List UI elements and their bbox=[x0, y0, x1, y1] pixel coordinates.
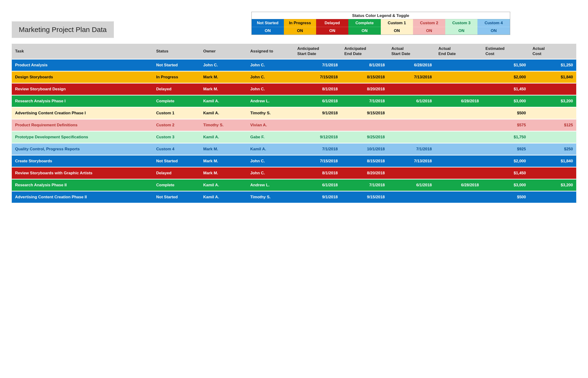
legend-toggle[interactable]: ON bbox=[284, 27, 316, 35]
cell-anticipated_end: 10/1/2018 bbox=[341, 144, 388, 155]
cell-task: Product Requirement Definitions bbox=[12, 120, 153, 131]
cell-actual_start bbox=[388, 191, 435, 203]
cell-owner: Kamil A. bbox=[200, 191, 247, 203]
legend-toggle[interactable]: ON bbox=[445, 27, 478, 35]
cell-act_cost bbox=[529, 83, 576, 95]
cell-act_cost: $3,200 bbox=[529, 95, 576, 107]
cell-act_cost: $250 bbox=[529, 144, 576, 155]
cell-anticipated_end: 9/25/2018 bbox=[341, 132, 388, 143]
column-header: AnticipatedEnd Date bbox=[341, 44, 388, 59]
status-legend: Status Color Legend & Toggle Not Started… bbox=[252, 12, 510, 35]
cell-anticipated_end: 9/15/2018 bbox=[341, 191, 388, 203]
column-header: Owner bbox=[200, 44, 247, 59]
cell-actual_start: 7/13/2018 bbox=[388, 71, 435, 83]
cell-assigned: John C. bbox=[247, 71, 294, 83]
cell-owner: Mark M. bbox=[200, 167, 247, 179]
cell-task: Create Storyboards bbox=[12, 155, 153, 167]
table-row: Research Analysis Phase ICompleteKamil A… bbox=[12, 95, 576, 107]
cell-act_cost: $1,840 bbox=[529, 155, 576, 167]
project-table: TaskStatusOwnerAssigned toAnticipatedSta… bbox=[12, 43, 576, 203]
cell-anticipated_end: 7/1/2018 bbox=[341, 179, 388, 191]
cell-anticipated_start: 7/15/2018 bbox=[294, 155, 341, 167]
cell-actual_end bbox=[435, 132, 482, 143]
cell-actual_start bbox=[388, 83, 435, 95]
table-row: Advertising Content Creation Phase ICust… bbox=[12, 108, 576, 119]
cell-status: Delayed bbox=[153, 167, 200, 179]
cell-act_cost bbox=[529, 167, 576, 179]
page-title: Marketing Project Plan Data bbox=[12, 21, 114, 38]
cell-actual_start bbox=[388, 132, 435, 143]
cell-anticipated_start: 9/1/2018 bbox=[294, 108, 341, 119]
cell-anticipated_start: 8/1/2018 bbox=[294, 83, 341, 95]
cell-status: Custom 3 bbox=[153, 132, 200, 143]
cell-anticipated_start: 7/15/2018 bbox=[294, 71, 341, 83]
cell-est_cost: $575 bbox=[482, 120, 529, 131]
cell-actual_end bbox=[435, 144, 482, 155]
cell-est_cost: $1,450 bbox=[482, 83, 529, 95]
cell-assigned: Timothy S. bbox=[247, 108, 294, 119]
cell-owner: Mark M. bbox=[200, 144, 247, 155]
column-header: ActualStart Date bbox=[388, 44, 435, 59]
cell-actual_start: 6/28/2018 bbox=[388, 59, 435, 71]
cell-anticipated_end: 8/20/2018 bbox=[341, 167, 388, 179]
cell-assigned: John C. bbox=[247, 167, 294, 179]
cell-anticipated_end: 9/15/2018 bbox=[341, 108, 388, 119]
cell-anticipated_end: 8/15/2018 bbox=[341, 155, 388, 167]
cell-actual_start: 6/1/2018 bbox=[388, 95, 435, 107]
column-header: EstimatedCost bbox=[482, 44, 529, 59]
column-header: Task bbox=[12, 44, 153, 59]
cell-status: Custom 1 bbox=[153, 108, 200, 119]
cell-act_cost: $125 bbox=[529, 120, 576, 131]
cell-est_cost: $500 bbox=[482, 191, 529, 203]
cell-task: Advertising Content Creation Phase II bbox=[12, 191, 153, 203]
cell-est_cost: $3,000 bbox=[482, 179, 529, 191]
cell-task: Prototype Development Specifications bbox=[12, 132, 153, 143]
cell-est_cost: $2,000 bbox=[482, 155, 529, 167]
cell-status: Custom 2 bbox=[153, 120, 200, 131]
legend-toggle[interactable]: ON bbox=[413, 27, 445, 35]
cell-actual_start bbox=[388, 167, 435, 179]
cell-status: Delayed bbox=[153, 83, 200, 95]
table-row: Advertising Content Creation Phase IINot… bbox=[12, 191, 576, 203]
cell-anticipated_start bbox=[294, 120, 341, 131]
cell-act_cost: $1,250 bbox=[529, 59, 576, 71]
cell-actual_start: 7/1/2018 bbox=[388, 144, 435, 155]
cell-owner: Mark M. bbox=[200, 155, 247, 167]
cell-assigned: Andrew L. bbox=[247, 95, 294, 107]
cell-anticipated_end: 7/1/2018 bbox=[341, 95, 388, 107]
cell-est_cost: $1,450 bbox=[482, 167, 529, 179]
cell-anticipated_end bbox=[341, 120, 388, 131]
legend-heading: Status Color Legend & Toggle bbox=[252, 12, 510, 19]
cell-anticipated_end: 8/20/2018 bbox=[341, 83, 388, 95]
cell-owner: Kamil A. bbox=[200, 108, 247, 119]
cell-actual_start: 7/13/2018 bbox=[388, 155, 435, 167]
cell-anticipated_start: 7/1/2018 bbox=[294, 59, 341, 71]
cell-anticipated_start: 6/1/2018 bbox=[294, 179, 341, 191]
cell-act_cost bbox=[529, 132, 576, 143]
cell-anticipated_start: 9/1/2018 bbox=[294, 191, 341, 203]
column-header: Assigned to bbox=[247, 44, 294, 59]
table-row: Create StoryboardsNot StartedMark M.John… bbox=[12, 155, 576, 167]
cell-task: Product Analysis bbox=[12, 59, 153, 71]
legend-toggle[interactable]: ON bbox=[252, 27, 284, 35]
legend-label: Not Started bbox=[252, 19, 284, 27]
cell-actual_start: 6/1/2018 bbox=[388, 179, 435, 191]
legend-toggle[interactable]: ON bbox=[316, 27, 348, 35]
legend-label: Custom 1 bbox=[381, 19, 413, 27]
cell-actual_end bbox=[435, 191, 482, 203]
cell-owner: Mark M. bbox=[200, 83, 247, 95]
cell-actual_end bbox=[435, 120, 482, 131]
legend-toggle[interactable]: ON bbox=[348, 27, 381, 35]
cell-actual_end bbox=[435, 71, 482, 83]
legend-label: Custom 2 bbox=[413, 19, 445, 27]
legend-toggle[interactable]: ON bbox=[381, 27, 413, 35]
cell-status: Custom 4 bbox=[153, 144, 200, 155]
cell-owner: Kamil A. bbox=[200, 95, 247, 107]
legend-label: Custom 4 bbox=[478, 19, 510, 27]
cell-anticipated_start: 6/1/2018 bbox=[294, 95, 341, 107]
table-row: Review Storyboard DesignDelayedMark M.Jo… bbox=[12, 83, 576, 95]
cell-owner: John C. bbox=[200, 59, 247, 71]
legend-toggle[interactable]: ON bbox=[478, 27, 510, 35]
cell-assigned: Kamil A. bbox=[247, 144, 294, 155]
cell-anticipated_start: 7/1/2018 bbox=[294, 144, 341, 155]
